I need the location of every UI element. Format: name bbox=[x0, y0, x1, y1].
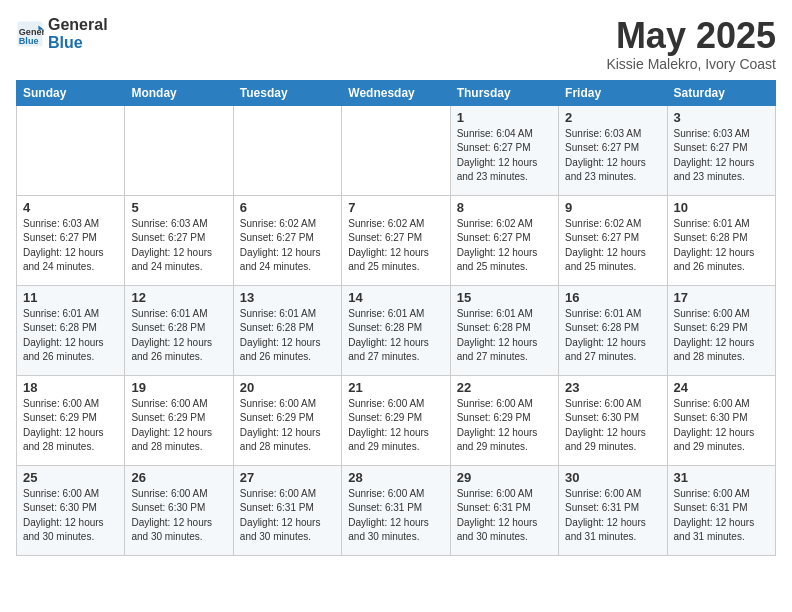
day-number: 19 bbox=[131, 380, 226, 395]
calendar-cell: 10Sunrise: 6:01 AM Sunset: 6:28 PM Dayli… bbox=[667, 195, 775, 285]
calendar-cell: 3Sunrise: 6:03 AM Sunset: 6:27 PM Daylig… bbox=[667, 105, 775, 195]
calendar-cell: 2Sunrise: 6:03 AM Sunset: 6:27 PM Daylig… bbox=[559, 105, 667, 195]
day-info: Sunrise: 6:03 AM Sunset: 6:27 PM Dayligh… bbox=[565, 127, 660, 185]
day-number: 4 bbox=[23, 200, 118, 215]
day-number: 14 bbox=[348, 290, 443, 305]
calendar-cell: 30Sunrise: 6:00 AM Sunset: 6:31 PM Dayli… bbox=[559, 465, 667, 555]
calendar-cell: 16Sunrise: 6:01 AM Sunset: 6:28 PM Dayli… bbox=[559, 285, 667, 375]
calendar-body: 1Sunrise: 6:04 AM Sunset: 6:27 PM Daylig… bbox=[17, 105, 776, 555]
calendar-cell: 21Sunrise: 6:00 AM Sunset: 6:29 PM Dayli… bbox=[342, 375, 450, 465]
day-info: Sunrise: 6:04 AM Sunset: 6:27 PM Dayligh… bbox=[457, 127, 552, 185]
calendar-cell: 22Sunrise: 6:00 AM Sunset: 6:29 PM Dayli… bbox=[450, 375, 558, 465]
day-number: 12 bbox=[131, 290, 226, 305]
day-of-week-header: Wednesday bbox=[342, 80, 450, 105]
day-number: 13 bbox=[240, 290, 335, 305]
calendar-cell: 29Sunrise: 6:00 AM Sunset: 6:31 PM Dayli… bbox=[450, 465, 558, 555]
page-header: General Blue General Blue May 2025 Kissi… bbox=[16, 16, 776, 72]
day-number: 20 bbox=[240, 380, 335, 395]
day-info: Sunrise: 6:00 AM Sunset: 6:29 PM Dayligh… bbox=[240, 397, 335, 455]
day-info: Sunrise: 6:00 AM Sunset: 6:29 PM Dayligh… bbox=[348, 397, 443, 455]
day-number: 2 bbox=[565, 110, 660, 125]
day-number: 16 bbox=[565, 290, 660, 305]
calendar-cell: 8Sunrise: 6:02 AM Sunset: 6:27 PM Daylig… bbox=[450, 195, 558, 285]
calendar-cell: 13Sunrise: 6:01 AM Sunset: 6:28 PM Dayli… bbox=[233, 285, 341, 375]
day-number: 3 bbox=[674, 110, 769, 125]
day-info: Sunrise: 6:02 AM Sunset: 6:27 PM Dayligh… bbox=[457, 217, 552, 275]
calendar-cell: 15Sunrise: 6:01 AM Sunset: 6:28 PM Dayli… bbox=[450, 285, 558, 375]
day-info: Sunrise: 6:00 AM Sunset: 6:31 PM Dayligh… bbox=[348, 487, 443, 545]
day-info: Sunrise: 6:00 AM Sunset: 6:30 PM Dayligh… bbox=[565, 397, 660, 455]
day-info: Sunrise: 6:02 AM Sunset: 6:27 PM Dayligh… bbox=[348, 217, 443, 275]
calendar-cell: 12Sunrise: 6:01 AM Sunset: 6:28 PM Dayli… bbox=[125, 285, 233, 375]
title-block: May 2025 Kissie Malekro, Ivory Coast bbox=[606, 16, 776, 72]
day-info: Sunrise: 6:01 AM Sunset: 6:28 PM Dayligh… bbox=[23, 307, 118, 365]
logo-text-blue: Blue bbox=[48, 34, 108, 52]
calendar-week-row: 11Sunrise: 6:01 AM Sunset: 6:28 PM Dayli… bbox=[17, 285, 776, 375]
calendar-cell bbox=[17, 105, 125, 195]
svg-text:Blue: Blue bbox=[19, 35, 39, 45]
day-number: 26 bbox=[131, 470, 226, 485]
calendar-table: SundayMondayTuesdayWednesdayThursdayFrid… bbox=[16, 80, 776, 556]
calendar-cell: 31Sunrise: 6:00 AM Sunset: 6:31 PM Dayli… bbox=[667, 465, 775, 555]
calendar-cell: 20Sunrise: 6:00 AM Sunset: 6:29 PM Dayli… bbox=[233, 375, 341, 465]
calendar-cell bbox=[233, 105, 341, 195]
logo: General Blue General Blue bbox=[16, 16, 108, 51]
location: Kissie Malekro, Ivory Coast bbox=[606, 56, 776, 72]
day-info: Sunrise: 6:01 AM Sunset: 6:28 PM Dayligh… bbox=[131, 307, 226, 365]
calendar-week-row: 25Sunrise: 6:00 AM Sunset: 6:30 PM Dayli… bbox=[17, 465, 776, 555]
day-of-week-header: Tuesday bbox=[233, 80, 341, 105]
day-info: Sunrise: 6:00 AM Sunset: 6:29 PM Dayligh… bbox=[457, 397, 552, 455]
month-title: May 2025 bbox=[606, 16, 776, 56]
day-of-week-header: Sunday bbox=[17, 80, 125, 105]
day-info: Sunrise: 6:00 AM Sunset: 6:30 PM Dayligh… bbox=[23, 487, 118, 545]
day-info: Sunrise: 6:00 AM Sunset: 6:31 PM Dayligh… bbox=[565, 487, 660, 545]
calendar-cell: 18Sunrise: 6:00 AM Sunset: 6:29 PM Dayli… bbox=[17, 375, 125, 465]
day-info: Sunrise: 6:03 AM Sunset: 6:27 PM Dayligh… bbox=[23, 217, 118, 275]
day-number: 17 bbox=[674, 290, 769, 305]
calendar-cell: 23Sunrise: 6:00 AM Sunset: 6:30 PM Dayli… bbox=[559, 375, 667, 465]
day-number: 30 bbox=[565, 470, 660, 485]
day-number: 18 bbox=[23, 380, 118, 395]
day-info: Sunrise: 6:01 AM Sunset: 6:28 PM Dayligh… bbox=[565, 307, 660, 365]
day-number: 15 bbox=[457, 290, 552, 305]
logo-icon: General Blue bbox=[16, 20, 44, 48]
day-number: 1 bbox=[457, 110, 552, 125]
day-number: 7 bbox=[348, 200, 443, 215]
day-info: Sunrise: 6:03 AM Sunset: 6:27 PM Dayligh… bbox=[674, 127, 769, 185]
calendar-week-row: 4Sunrise: 6:03 AM Sunset: 6:27 PM Daylig… bbox=[17, 195, 776, 285]
day-number: 5 bbox=[131, 200, 226, 215]
day-info: Sunrise: 6:00 AM Sunset: 6:29 PM Dayligh… bbox=[131, 397, 226, 455]
day-number: 22 bbox=[457, 380, 552, 395]
day-of-week-header: Monday bbox=[125, 80, 233, 105]
calendar-cell: 4Sunrise: 6:03 AM Sunset: 6:27 PM Daylig… bbox=[17, 195, 125, 285]
day-number: 21 bbox=[348, 380, 443, 395]
day-number: 8 bbox=[457, 200, 552, 215]
day-of-week-header: Friday bbox=[559, 80, 667, 105]
day-info: Sunrise: 6:01 AM Sunset: 6:28 PM Dayligh… bbox=[457, 307, 552, 365]
calendar-header: SundayMondayTuesdayWednesdayThursdayFrid… bbox=[17, 80, 776, 105]
calendar-cell: 28Sunrise: 6:00 AM Sunset: 6:31 PM Dayli… bbox=[342, 465, 450, 555]
header-row: SundayMondayTuesdayWednesdayThursdayFrid… bbox=[17, 80, 776, 105]
day-of-week-header: Thursday bbox=[450, 80, 558, 105]
day-info: Sunrise: 6:00 AM Sunset: 6:31 PM Dayligh… bbox=[674, 487, 769, 545]
calendar-cell: 27Sunrise: 6:00 AM Sunset: 6:31 PM Dayli… bbox=[233, 465, 341, 555]
day-info: Sunrise: 6:03 AM Sunset: 6:27 PM Dayligh… bbox=[131, 217, 226, 275]
calendar-week-row: 18Sunrise: 6:00 AM Sunset: 6:29 PM Dayli… bbox=[17, 375, 776, 465]
calendar-cell: 24Sunrise: 6:00 AM Sunset: 6:30 PM Dayli… bbox=[667, 375, 775, 465]
day-number: 24 bbox=[674, 380, 769, 395]
day-info: Sunrise: 6:02 AM Sunset: 6:27 PM Dayligh… bbox=[240, 217, 335, 275]
day-number: 28 bbox=[348, 470, 443, 485]
calendar-cell: 11Sunrise: 6:01 AM Sunset: 6:28 PM Dayli… bbox=[17, 285, 125, 375]
day-number: 6 bbox=[240, 200, 335, 215]
calendar-cell: 14Sunrise: 6:01 AM Sunset: 6:28 PM Dayli… bbox=[342, 285, 450, 375]
day-number: 31 bbox=[674, 470, 769, 485]
day-info: Sunrise: 6:00 AM Sunset: 6:31 PM Dayligh… bbox=[240, 487, 335, 545]
day-info: Sunrise: 6:00 AM Sunset: 6:29 PM Dayligh… bbox=[23, 397, 118, 455]
calendar-cell: 26Sunrise: 6:00 AM Sunset: 6:30 PM Dayli… bbox=[125, 465, 233, 555]
calendar-cell: 25Sunrise: 6:00 AM Sunset: 6:30 PM Dayli… bbox=[17, 465, 125, 555]
calendar-cell: 19Sunrise: 6:00 AM Sunset: 6:29 PM Dayli… bbox=[125, 375, 233, 465]
day-number: 10 bbox=[674, 200, 769, 215]
day-info: Sunrise: 6:00 AM Sunset: 6:30 PM Dayligh… bbox=[674, 397, 769, 455]
calendar-cell: 9Sunrise: 6:02 AM Sunset: 6:27 PM Daylig… bbox=[559, 195, 667, 285]
calendar-cell: 1Sunrise: 6:04 AM Sunset: 6:27 PM Daylig… bbox=[450, 105, 558, 195]
